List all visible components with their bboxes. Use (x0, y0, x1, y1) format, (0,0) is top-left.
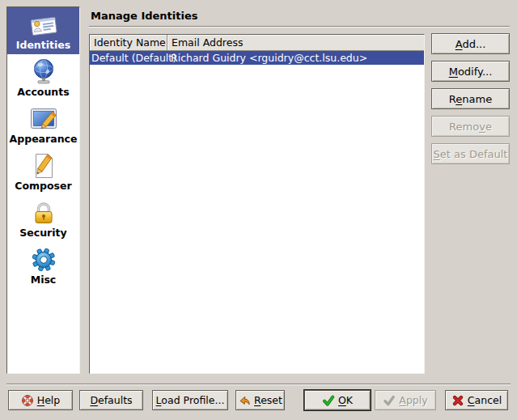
red-x-icon (451, 394, 464, 407)
sidebar-item-misc[interactable]: Misc (7, 242, 79, 289)
globe-icon (29, 58, 58, 86)
modify-button[interactable]: Modify... (431, 61, 510, 82)
undo-arrow-icon (238, 394, 251, 407)
sidebar-item-label: Appearance (10, 133, 78, 145)
lifebuoy-icon (21, 394, 34, 407)
green-check-icon (322, 394, 335, 407)
preferences-dialog: Identities (0, 0, 517, 420)
bottom-separator (6, 384, 511, 385)
ok-button[interactable]: OK (304, 390, 371, 410)
rename-button[interactable]: Rename (431, 88, 510, 109)
padlock-icon (29, 199, 58, 227)
gear-icon (29, 246, 58, 274)
sidebar-item-label: Security (19, 227, 66, 239)
reset-button[interactable]: Reset (235, 390, 285, 410)
cancel-button[interactable]: Cancel (445, 390, 508, 410)
page-title: Manage Identities (91, 10, 198, 22)
cell-identity-name: Default (Default) (90, 51, 167, 65)
sidebar-item-appearance[interactable]: Appearance (7, 101, 79, 148)
column-header-identity-name[interactable]: Identity Name (90, 35, 167, 51)
category-sidebar: Identities (6, 6, 80, 374)
add-button[interactable]: Add... (431, 33, 510, 54)
column-header-email-address[interactable]: Email Address (167, 35, 424, 51)
help-button[interactable]: Help (8, 390, 73, 410)
sidebar-item-label: Accounts (17, 86, 69, 98)
table-row[interactable]: Default (Default) Richard Guidry <rguidr… (90, 51, 424, 65)
sidebar-item-identities[interactable]: Identities (7, 7, 79, 54)
sidebar-item-accounts[interactable]: Accounts (7, 54, 79, 101)
sidebar-item-label: Identities (16, 39, 70, 51)
apply-button[interactable]: Apply (375, 390, 436, 410)
sidebar-item-label: Composer (15, 180, 71, 192)
gray-check-icon (383, 394, 396, 407)
load-profile-button[interactable]: Load Profile... (152, 390, 228, 410)
set-as-default-button[interactable]: Set as Default (431, 143, 510, 164)
sidebar-item-security[interactable]: Security (7, 195, 79, 242)
remove-button[interactable]: Remove (431, 116, 510, 137)
cell-email-address: Richard Guidry <rguidry@cct.lsu.edu> (167, 51, 367, 65)
table-header: Identity Name Email Address (90, 35, 424, 51)
sidebar-item-composer[interactable]: Composer (7, 148, 79, 195)
sidebar-item-label: Misc (31, 274, 57, 286)
id-card-icon (29, 11, 58, 39)
monitor-pencil-icon (29, 105, 58, 133)
identities-table: Identity Name Email Address Default (Def… (89, 34, 425, 374)
defaults-button[interactable]: Defaults (79, 390, 143, 410)
title-separator (89, 26, 510, 28)
document-pencil-icon (29, 152, 58, 180)
